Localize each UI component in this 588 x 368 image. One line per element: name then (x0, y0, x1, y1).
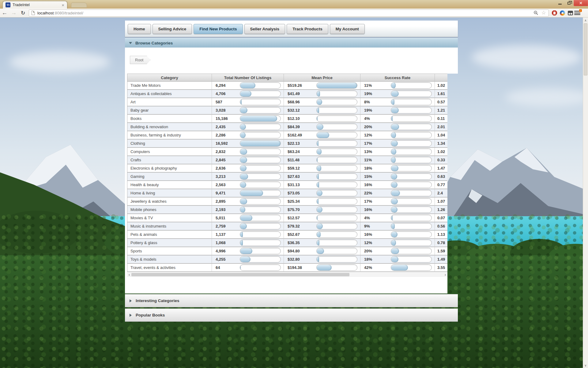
category-cell[interactable]: Computers (127, 148, 212, 156)
table-row[interactable]: Music & instruments 2,759 $79.32 9% 0.56 (127, 222, 447, 231)
browse-categories-header[interactable]: Browse Categories (125, 38, 458, 48)
table-row[interactable]: Building & renovation 2,435 $84.39 20% 2… (127, 123, 447, 131)
table-row[interactable]: Travel, events & activities 64 $194.38 4… (127, 264, 447, 272)
address-bar[interactable]: localhost:8080/tradeintel/ ☆ (29, 10, 549, 17)
listings-cell: 2,435 (212, 123, 284, 131)
breadcrumb-root[interactable]: Root (130, 56, 150, 64)
listings-bar-fill (240, 265, 241, 270)
table-row[interactable]: Business, farming & industry 2,286 $162.… (127, 131, 447, 140)
category-cell[interactable]: Health & beauty (127, 181, 212, 189)
category-cell[interactable]: Pottery & glass (127, 239, 212, 247)
page-vertical-scrollbar[interactable]: ∧ ∨ (583, 17, 588, 368)
ratio-cell: 2.4 (435, 189, 447, 197)
table-horizontal-scrollbar[interactable]: ‹ › (127, 272, 447, 277)
tab-seller-analysis[interactable]: Seller Analysis (244, 24, 285, 34)
ratio-cell: 0.56 (435, 222, 447, 231)
category-cell[interactable]: Baby gear (127, 106, 212, 115)
tab-track-products[interactable]: Track Products (287, 24, 328, 34)
success-bar-fill (391, 223, 395, 229)
category-cell[interactable]: Art (127, 98, 212, 106)
new-tab-button[interactable] (71, 2, 87, 8)
table-row[interactable]: Mobile phones 2,193 $75.70 16% 1.26 (127, 206, 447, 214)
tab-selling-advice[interactable]: Selling Advice (153, 24, 192, 34)
scroll-up-arrow-icon[interactable]: ∧ (583, 18, 588, 23)
table-row[interactable]: Home & living 9,471 $73.05 22% 2.4 (127, 189, 447, 197)
category-cell[interactable]: Movies & TV (127, 214, 212, 222)
category-cell[interactable]: Books (127, 115, 212, 123)
table-row[interactable]: Sports 4,996 $94.80 20% 1.59 (127, 247, 447, 255)
table-row[interactable]: Pottery & glass 1,068 $36.35 12% 0.78 (127, 239, 447, 247)
zoom-icon[interactable] (533, 10, 538, 15)
category-cell[interactable]: Home & living (127, 189, 212, 197)
category-cell[interactable]: Electronics & photography (127, 164, 212, 173)
bookmark-star-icon[interactable]: ☆ (541, 10, 546, 15)
horizontal-scroll-thumb[interactable] (131, 273, 349, 276)
mask-extension-icon[interactable] (568, 11, 573, 15)
table-row[interactable]: Toys & models 4,255 $32.80 18% 1.49 (127, 255, 447, 264)
vertical-scroll-thumb[interactable] (584, 23, 587, 75)
col-category[interactable]: Category (127, 74, 212, 82)
tab-close-icon[interactable]: × (62, 3, 64, 7)
table-row[interactable]: Computers 2,832 $63.24 13% 1.02 (127, 148, 447, 156)
table-row[interactable]: Pets & animals 1,137 $52.67 16% 1.13 (127, 231, 447, 239)
interesting-categories-header[interactable]: Interesting Categories (125, 294, 458, 307)
scroll-left-arrow-icon[interactable]: ‹ (127, 272, 131, 277)
table-row[interactable]: Baby gear 3,028 $32.12 19% 1.21 (127, 106, 447, 115)
col-success-rate[interactable]: Success Rate (360, 74, 435, 82)
browser-menu-button[interactable]: ↑ (574, 10, 580, 15)
category-cell[interactable]: Gaming (127, 173, 212, 181)
listings-bar-fill (240, 132, 246, 138)
category-cell[interactable]: Building & renovation (127, 123, 212, 131)
price-bar (316, 124, 357, 130)
table-row[interactable]: Books 15,186 $12.10 4% 0.11 (127, 115, 447, 123)
category-cell[interactable]: Crafts (127, 156, 212, 164)
category-cell[interactable]: Mobile phones (127, 206, 212, 214)
forward-button[interactable]: → (9, 10, 18, 16)
table-row[interactable]: Trade Me Motors 6,294 $519.26 11% 1.02 (127, 82, 447, 90)
adblock-extension-icon[interactable] (552, 10, 557, 16)
table-row[interactable]: Movies & TV 5,011 $12.57 4% 0.07 (127, 214, 447, 222)
table-row[interactable]: Electronics & photography 2,636 $59.12 1… (127, 164, 447, 173)
category-cell[interactable]: Clothing (127, 140, 212, 148)
category-cell[interactable]: Antiques & collectables (127, 90, 212, 98)
price-value: $25.34 (288, 199, 300, 204)
table-row[interactable]: Antiques & collectables 4,706 $41.49 19%… (127, 90, 447, 98)
category-cell[interactable]: Sports (127, 247, 212, 255)
scroll-right-arrow-icon[interactable]: › (443, 272, 447, 277)
category-cell[interactable]: Music & instruments (127, 222, 212, 231)
success-value: 17% (364, 141, 372, 146)
table-row[interactable]: Health & beauty 2,563 $31.13 16% 0.77 (127, 181, 447, 189)
category-cell[interactable]: Toys & models (127, 255, 212, 264)
category-cell[interactable]: Travel, events & activities (127, 264, 212, 272)
category-cell[interactable]: Business, farming & industry (127, 131, 212, 140)
table-row[interactable]: Clothing 16,592 $22.13 17% 1.34 (127, 140, 447, 148)
success-cell: 15% (360, 173, 435, 181)
success-bar (391, 223, 432, 229)
tab-find-new-products[interactable]: Find New Products (194, 24, 243, 34)
col-mean-price[interactable]: Mean Price (284, 74, 360, 82)
table-row[interactable]: Jewellery & watches 2,895 $25.34 17% 1.0… (127, 197, 447, 206)
back-button[interactable]: ← (0, 10, 9, 16)
category-cell[interactable]: Trade Me Motors (127, 82, 212, 90)
category-cell[interactable]: Pets & animals (127, 231, 212, 239)
browser-tab[interactable]: TI TradeIntel × (2, 1, 67, 9)
window-close-button[interactable]: ✕ (574, 0, 588, 6)
window-restore-button[interactable] (564, 0, 574, 6)
ratio-cell: 0.63 (435, 173, 447, 181)
swirl-extension-icon[interactable] (560, 10, 565, 16)
category-cell[interactable]: Jewellery & watches (127, 197, 212, 206)
table-row[interactable]: Crafts 2,845 $11.48 11% 0.33 (127, 156, 447, 164)
table-row[interactable]: Gaming 3,213 $27.63 15% 0.63 (127, 173, 447, 181)
scroll-down-arrow-icon[interactable]: ∨ (583, 363, 588, 368)
col-total-listings[interactable]: Total Number Of Listings (212, 74, 284, 82)
window-minimize-button[interactable] (555, 0, 564, 6)
listings-value: 1,068 (216, 240, 226, 245)
popular-books-header[interactable]: Popular Books (125, 309, 458, 322)
table-row[interactable]: Art 587 $68.96 8% 0.57 (127, 98, 447, 106)
price-bar (316, 256, 357, 263)
success-cell: 20% (360, 123, 435, 131)
tab-home[interactable]: Home (128, 24, 151, 34)
tab-my-account[interactable]: My Account (330, 24, 365, 34)
reload-button[interactable]: ↻ (18, 10, 28, 16)
listings-cell: 2,832 (212, 148, 284, 156)
